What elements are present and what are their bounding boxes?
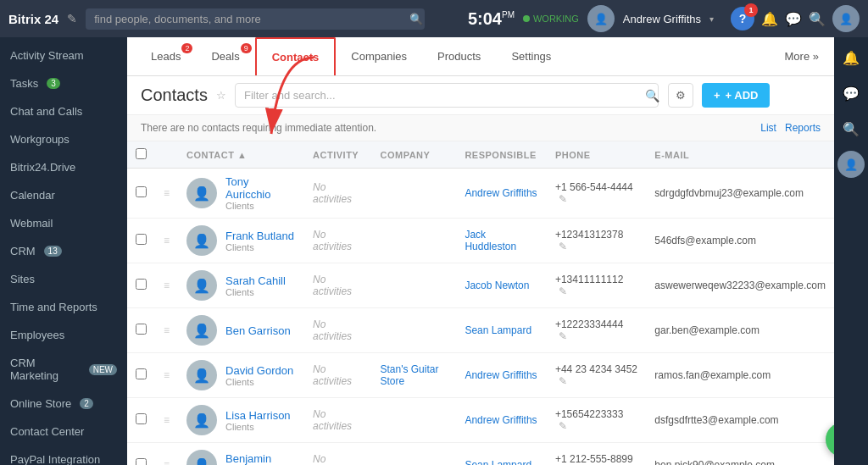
table-row: ≡ 👤 Benjamin Pickerton No activities Sea… [127,443,834,466]
edit-icon[interactable]: ✎ [67,12,77,25]
select-all-checkbox[interactable] [136,148,147,159]
working-status[interactable]: WORKING [523,14,579,24]
row-drag-handle[interactable]: ≡ [155,308,178,353]
add-contact-button[interactable]: + + ADD [702,83,770,108]
phone-edit-icon[interactable]: ✎ [559,241,567,252]
row-checkbox[interactable] [136,324,147,335]
user-avatar[interactable]: 👤 [587,5,615,32]
sidebar-item-crm-marketing[interactable]: CRM Marketing NEW [0,349,127,390]
responsible-link[interactable]: Sean Lampard [465,324,531,336]
responsible-link[interactable]: Andrew Griffiths [465,369,537,381]
responsible-link[interactable]: Andrew Griffiths [465,187,537,199]
table-row: ≡ 👤 Tony Auricchio Clients No activities… [127,169,834,219]
contact-name[interactable]: Frank Butland [225,230,294,242]
tab-settings[interactable]: Settings [496,38,566,75]
tab-companies[interactable]: Companies [336,38,422,75]
row-drag-handle[interactable]: ≡ [155,353,178,398]
sidebar-item-workgroups[interactable]: Workgroups [0,125,127,153]
notifications-button[interactable]: 🔔 [761,11,778,27]
email-address: aswewerweqew32233@example.com [654,280,826,291]
row-checkbox[interactable] [136,458,147,465]
sidebar-item-paypal[interactable]: PayPal Integration [0,446,127,465]
row-drag-handle[interactable]: ≡ [155,219,178,263]
tab-products[interactable]: Products [422,38,496,75]
tabs-more-button[interactable]: More » [778,38,826,75]
sidebar-item-bitrix-drive[interactable]: Bitrix24.Drive [0,153,127,181]
global-search-input[interactable] [86,8,425,30]
help-button[interactable]: ? 1 [731,7,754,30]
responsible-link[interactable]: Andrew Griffiths [465,414,537,426]
sites-label: Sites [10,273,35,285]
row-responsible-cell: Sean Lampard [456,443,547,466]
row-checkbox[interactable] [136,186,147,197]
phone-edit-icon[interactable]: ✎ [559,375,567,387]
app-logo: Bitrix 24 [8,12,58,26]
header-phone[interactable]: PHONE [547,141,646,169]
tab-contacts[interactable]: Contacts [255,37,337,75]
sidebar-item-tasks[interactable]: Tasks 3 [0,69,127,97]
contact-name[interactable]: Ben Garrison [225,324,291,337]
time-reports-label: Time and Reports [10,301,97,313]
header-company[interactable]: COMPANY [371,141,456,169]
phone-edit-icon[interactable]: ✎ [559,330,567,342]
sidebar-item-time-reports[interactable]: Time and Reports [0,293,127,321]
sidebar-item-sites[interactable]: Sites [0,265,127,293]
right-avatar[interactable]: 👤 [837,151,865,178]
phone-edit-icon[interactable]: ✎ [559,420,567,432]
row-checkbox[interactable] [136,279,147,290]
online-store-label: Online Store [10,397,71,410]
search-button[interactable]: 🔍 [809,11,826,27]
phone-edit-icon[interactable]: ✎ [559,193,567,205]
row-checkbox[interactable] [136,234,147,245]
phone-edit-icon[interactable]: ✎ [559,285,567,297]
sidebar-item-contact-center[interactable]: Contact Center [0,418,127,446]
contact-name[interactable]: Lisa Harrison [225,409,291,422]
row-email-cell: aswewerweqew32233@example.com [646,263,834,308]
company-link[interactable]: Stan's Guitar Store [380,363,438,387]
row-checkbox[interactable] [136,368,147,379]
reports-view-button[interactable]: Reports [785,122,821,134]
sidebar-item-calendar[interactable]: Calendar [0,181,127,209]
responsible-link[interactable]: Jack Huddleston [465,229,516,252]
header-contact[interactable]: CONTACT ▲ [178,141,304,169]
favorite-icon[interactable]: ☆ [216,89,226,102]
sidebar-item-employees[interactable]: Employees [0,321,127,349]
filter-search-input[interactable] [235,83,659,108]
messages-button[interactable]: 💬 [785,11,802,27]
row-drag-handle[interactable]: ≡ [155,443,178,466]
header-email[interactable]: E-MAIL [646,141,834,169]
header-responsible[interactable]: RESPONSIBLE [456,141,547,169]
sidebar-item-activity-stream[interactable]: Activity Stream [0,42,127,69]
row-drag-handle[interactable]: ≡ [155,398,178,443]
row-drag-handle[interactable]: ≡ [155,263,178,308]
workgroups-label: Workgroups [10,133,70,146]
header-activity[interactable]: ACTIVITY [304,141,371,169]
settings-gear-button[interactable]: ⚙ [668,83,693,108]
crm-badge: 13 [44,246,62,257]
row-drag-handle[interactable]: ≡ [155,169,178,219]
sidebar-item-crm[interactable]: CRM 13 [0,237,127,265]
tab-leads[interactable]: Leads 2 [136,38,196,75]
right-notification-button[interactable]: 🔔 [834,41,868,75]
profile-avatar-right[interactable]: 👤 [832,5,860,32]
tab-deals[interactable]: Deals 9 [196,38,254,75]
row-contact-cell: 👤 David Gordon Clients [178,353,304,398]
row-activity-cell: No activities [304,219,371,263]
sidebar-item-chat-calls[interactable]: Chat and Calls [0,97,127,125]
right-search-button[interactable]: 🔍 [834,112,868,146]
contact-name[interactable]: Sarah Cahill [225,274,286,287]
row-checkbox[interactable] [136,413,147,424]
contact-name[interactable]: Benjamin Pickerton [225,452,296,465]
responsible-link[interactable]: Jacob Newton [465,280,529,291]
sidebar: Activity Stream Tasks 3 Chat and Calls W… [0,37,127,465]
right-chat-button[interactable]: 💬 [834,76,868,110]
sidebar-item-webmail[interactable]: Webmail [0,209,127,237]
responsible-link[interactable]: Sean Lampard [465,459,531,465]
email-address: gar.ben@example.com [654,324,760,336]
contact-name[interactable]: David Gordon [225,364,293,377]
username-dropdown-arrow[interactable]: ▾ [709,14,714,24]
sidebar-item-online-store[interactable]: Online Store 2 [0,390,127,418]
contact-name[interactable]: Tony Auricchio [225,175,296,201]
list-view-button[interactable]: List [760,122,776,134]
row-checkbox-cell [127,169,155,219]
